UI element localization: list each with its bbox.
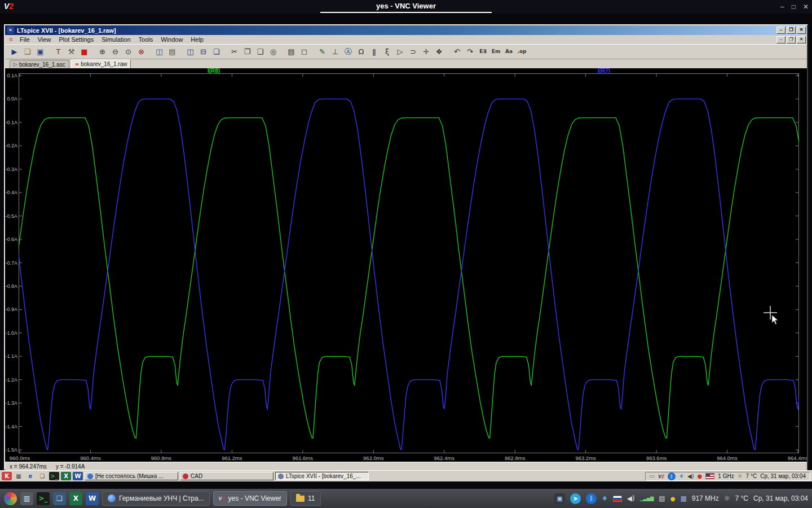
tile-horizontal-icon[interactable]: ⊟ bbox=[197, 46, 210, 58]
task-button-yes-vnc-viewer[interactable]: V2yes - VNC Viewer bbox=[213, 491, 288, 506]
zoom-in-icon[interactable]: ⊕ bbox=[96, 46, 109, 58]
menu-simulation[interactable]: Simulation bbox=[98, 36, 134, 43]
cut-icon[interactable]: ✂ bbox=[228, 46, 241, 58]
restore-icon[interactable]: ❐ bbox=[787, 36, 796, 43]
resistor-icon[interactable]: Ω bbox=[355, 46, 368, 58]
task-button-cad[interactable]: CAD bbox=[180, 472, 273, 480]
close-icon[interactable]: ✕ bbox=[803, 3, 809, 11]
network-signal-icon[interactable]: ▁▃▅▇ bbox=[640, 496, 654, 501]
rotate-icon[interactable]: Em bbox=[489, 46, 502, 58]
vnc-tray-icon[interactable]: V2 bbox=[658, 474, 664, 479]
print-preview-icon[interactable]: ◻ bbox=[298, 46, 311, 58]
minimize-icon[interactable]: – bbox=[780, 3, 784, 11]
system-monitor-icon[interactable]: ▥ bbox=[20, 492, 33, 505]
ground-icon[interactable]: ⊥ bbox=[329, 46, 342, 58]
screenshot-tool-icon[interactable]: ▣ bbox=[554, 493, 565, 504]
task-button-11[interactable]: 11 bbox=[290, 491, 320, 506]
spice-directive-icon[interactable]: .op bbox=[515, 46, 528, 58]
print-icon[interactable]: ▤ bbox=[285, 46, 298, 58]
maximize-icon[interactable]: □ bbox=[792, 3, 796, 11]
spice-netlist-icon[interactable]: ▤ bbox=[166, 46, 179, 58]
paste-icon[interactable]: ❑ bbox=[254, 46, 267, 58]
cascade-windows-icon[interactable]: ❏ bbox=[210, 46, 223, 58]
menu-window[interactable]: Window bbox=[157, 36, 187, 43]
save-icon[interactable]: ▣ bbox=[34, 46, 47, 58]
minimize-icon[interactable]: – bbox=[776, 27, 785, 34]
printer-icon[interactable]: ▤ bbox=[659, 494, 665, 502]
close-icon[interactable]: ✕ bbox=[797, 27, 806, 34]
component-icon[interactable]: ⊃ bbox=[407, 46, 420, 58]
word-icon[interactable]: W bbox=[73, 472, 83, 480]
temperature[interactable]: 7 °C bbox=[735, 494, 748, 502]
show-desktop-icon[interactable]: ▦ bbox=[14, 472, 24, 480]
open-icon[interactable]: ❏ bbox=[21, 46, 34, 58]
edit-simulation-cmd-icon[interactable]: T bbox=[52, 46, 65, 58]
ltspice-titlebar[interactable]: ≈ LTspice XVII - [bokarev_16_1.raw] –❐✕ bbox=[5, 25, 807, 35]
undo-icon[interactable]: ↶ bbox=[451, 46, 464, 58]
tile-vertical-icon[interactable]: ◫ bbox=[184, 46, 197, 58]
files-icon[interactable]: ❏ bbox=[53, 492, 66, 505]
zoom-out-icon[interactable]: ⊖ bbox=[109, 46, 122, 58]
excel-icon[interactable]: X bbox=[61, 472, 71, 480]
trace-label-i-r7[interactable]: I(R7) bbox=[598, 68, 610, 74]
drag-icon[interactable]: ❖ bbox=[433, 46, 445, 58]
cpu-icon[interactable]: ▦ bbox=[680, 494, 686, 502]
plot-settings-icon[interactable]: ◫ bbox=[153, 46, 166, 58]
waveform-plot-area[interactable]: 960.0ms960.4ms960.8ms961.2ms961.6ms962.0… bbox=[5, 68, 807, 462]
restore-icon[interactable]: ❐ bbox=[787, 27, 796, 34]
terminal-icon[interactable]: >_ bbox=[37, 492, 50, 505]
menu-view[interactable]: View bbox=[34, 36, 55, 43]
word-icon[interactable]: W bbox=[86, 492, 99, 505]
wire-icon[interactable]: ✎ bbox=[316, 46, 329, 58]
menu-file[interactable]: File bbox=[16, 36, 34, 43]
waveform-plot[interactable]: 960.0ms960.4ms960.8ms961.2ms961.6ms962.0… bbox=[5, 68, 807, 462]
trace-label-i-r8[interactable]: I(R8) bbox=[208, 68, 220, 74]
keyboard-layout-flag-icon[interactable] bbox=[613, 496, 622, 502]
telegram-icon[interactable]: ➤ bbox=[570, 493, 581, 504]
find-icon[interactable]: ◎ bbox=[267, 46, 280, 58]
net-label-icon[interactable]: Ⓐ bbox=[342, 46, 355, 58]
copy-icon[interactable]: ❐ bbox=[241, 46, 254, 58]
task-button-ltspice-xvii-bokarev-16[interactable]: LTspice XVII - [bokarev_16_... bbox=[275, 472, 369, 480]
app-launcher-icon[interactable] bbox=[4, 492, 17, 505]
temperature[interactable]: 7 °C bbox=[746, 473, 757, 479]
clock[interactable]: Ср, 31 мар, 03:04 bbox=[760, 473, 806, 479]
notification-dot-icon[interactable]: ● bbox=[670, 496, 676, 502]
menu-plot-settings[interactable]: Plot Settings bbox=[55, 36, 98, 43]
text-icon[interactable]: Aa bbox=[502, 46, 515, 58]
terminal-icon[interactable]: >_ bbox=[49, 472, 59, 480]
redo-icon[interactable]: ↷ bbox=[464, 46, 476, 58]
mirror-icon[interactable]: E∃ bbox=[476, 46, 489, 58]
browser-icon[interactable]: e bbox=[25, 472, 36, 480]
tab-bokarev-16-1-asc[interactable]: ▷bokarev_16_1.asc bbox=[10, 60, 69, 68]
zoom-full-icon[interactable]: ⊗ bbox=[135, 46, 148, 58]
file-manager-icon[interactable]: ❏ bbox=[37, 472, 47, 480]
inductor-icon[interactable]: ξ bbox=[381, 46, 394, 58]
record-dot-icon[interactable]: ● bbox=[698, 473, 703, 479]
excel-icon[interactable]: X bbox=[69, 492, 82, 505]
zoom-back-icon[interactable]: ⊙ bbox=[122, 46, 135, 58]
drop-icon[interactable]: ♦ bbox=[679, 473, 684, 479]
menu-tools[interactable]: Tools bbox=[135, 36, 157, 43]
diode-icon[interactable]: ▷ bbox=[394, 46, 407, 58]
volume-icon[interactable]: ◀) bbox=[627, 494, 635, 502]
power-icon[interactable]: ▭ bbox=[650, 473, 655, 479]
run-icon[interactable]: ▶ bbox=[8, 46, 21, 58]
volume-icon[interactable]: ◀) bbox=[687, 473, 694, 479]
close-icon[interactable]: ✕ bbox=[797, 36, 806, 43]
cpu-frequency[interactable]: 917 MHz bbox=[692, 494, 719, 502]
bluetooth-icon[interactable]: ᛒ bbox=[668, 472, 676, 480]
tab-bokarev-16-1-raw[interactable]: ≈bokarev_16_1.raw bbox=[71, 59, 131, 68]
capacitor-icon[interactable]: ǁ bbox=[368, 46, 381, 58]
control-panel-icon[interactable]: ⚒ bbox=[65, 46, 78, 58]
clock[interactable]: Ср, 31 мар, 03:04 bbox=[753, 494, 808, 502]
bluetooth-icon[interactable]: ᛒ bbox=[586, 493, 597, 504]
menu-help[interactable]: Help bbox=[187, 36, 208, 43]
task-button-[interactable]: Германиевые УНЧ | Стра... bbox=[102, 491, 210, 506]
move-icon[interactable]: ✛ bbox=[420, 46, 433, 58]
minimize-icon[interactable]: – bbox=[776, 36, 785, 43]
task-button-[interactable]: [Не состоялось (Мишка ... bbox=[85, 472, 178, 480]
remote-start-icon[interactable]: K bbox=[2, 472, 12, 480]
halt-icon[interactable]: ■ bbox=[78, 46, 91, 58]
keyboard-layout-flag-icon[interactable] bbox=[705, 473, 714, 479]
